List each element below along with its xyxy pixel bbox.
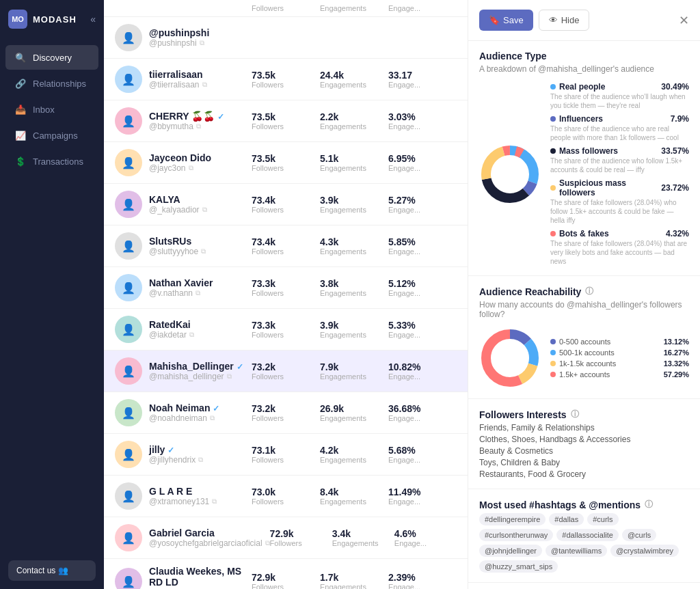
influencer-details: @pushinpshi @pushinpshi ⧉ <box>149 27 209 48</box>
legend-dot <box>550 339 556 344</box>
hashtag-tag[interactable]: @johnjdellinger <box>479 545 542 557</box>
copy-icon[interactable]: ⧉ <box>196 289 200 297</box>
followers-metric: 73.2k Followers <box>252 361 320 381</box>
sidebar-item-label: Relationships <box>33 79 86 89</box>
legend-item: Influencers 7.9% The share of the audien… <box>550 114 689 142</box>
audience-type-title: Audience Type <box>479 51 689 61</box>
save-button[interactable]: 🔖 Save <box>479 10 533 31</box>
discovery-icon: 🔍 <box>15 52 26 63</box>
engagements-metric: 3.4k Engagements <box>332 528 394 547</box>
interests-info-icon[interactable]: ⓘ <box>571 409 579 420</box>
influencer-details: SlutsRUs @sluttyyyhoe ⧉ <box>149 236 206 256</box>
contact-button[interactable]: Contact us 👥 <box>8 560 96 581</box>
copy-icon[interactable]: ⧉ <box>202 206 207 214</box>
copy-icon[interactable]: ⧉ <box>189 164 193 172</box>
influencer-name: SlutsRUs <box>149 236 206 247</box>
copy-icon[interactable]: ⧉ <box>189 331 194 339</box>
hide-button[interactable]: 👁 Hide <box>539 10 590 31</box>
copy-icon[interactable]: ⧉ <box>227 372 232 381</box>
sidebar-item-relationships[interactable]: 🔗Relationships <box>5 71 98 96</box>
influencer-name: G L A R E <box>149 486 217 497</box>
influencer-handle: @xtramoney131 ⧉ <box>149 497 217 506</box>
engagements-metric: 1.7k Engagements <box>320 572 388 589</box>
copy-icon[interactable]: ⧉ <box>202 81 207 89</box>
table-row[interactable]: 👤 tiierralisaan @tiierralisaan ⧉ 73.5k F… <box>104 59 468 100</box>
hashtag-tag[interactable]: #dellingerempire <box>479 513 546 525</box>
panel-actions: 🔖 Save 👁 Hide <box>479 10 589 31</box>
influencer-handle: @sluttyyyhoe ⧉ <box>149 247 206 256</box>
engage-pct: 3.03% Engage... <box>388 111 457 131</box>
hide-icon: 👁 <box>549 15 558 25</box>
reachability-info-icon[interactable]: ⓘ <box>585 286 593 297</box>
sidebar-item-campaigns[interactable]: 📈Campaigns <box>5 123 98 148</box>
verified-icon: ✓ <box>213 404 219 413</box>
sidebar-item-discovery[interactable]: 🔍Discovery <box>5 45 98 70</box>
sidebar-contact: Contact us 👥 <box>0 552 104 589</box>
influencer-details: Nathan Xavier @v.nathann ⧉ <box>149 277 213 298</box>
sidebar-item-inbox[interactable]: 📥Inbox <box>5 97 98 122</box>
reachability-title: Audience Reachability ⓘ <box>479 286 689 297</box>
audience-donut <box>479 143 541 205</box>
collapse-button[interactable]: « <box>90 14 96 25</box>
avatar: 👤 <box>115 191 142 218</box>
followers-metric: 72.9k Followers <box>270 528 332 547</box>
sidebar: MO MODASH « 🔍Discovery🔗Relationships📥Inb… <box>0 0 104 589</box>
avatar: 👤 <box>115 232 142 260</box>
hashtags-info-icon[interactable]: ⓘ <box>645 499 653 510</box>
hashtag-tag[interactable]: #dallassocialite <box>556 529 619 541</box>
table-row[interactable]: 👤 SlutsRUs @sluttyyyhoe ⧉ 73.4k Follower… <box>104 225 468 267</box>
hashtag-tag[interactable]: #dallas <box>549 513 584 525</box>
table-row[interactable]: 👤 KALYA @_kalyaadior ⧉ 73.4k Followers 3… <box>104 184 468 225</box>
hashtag-tag[interactable]: @curls <box>622 529 656 541</box>
legend-item: Real people 30.49% The share of the audi… <box>550 82 689 110</box>
legend-item: Mass followers 33.57% The share of the a… <box>550 146 689 174</box>
avatar: 👤 <box>115 274 142 301</box>
table-row[interactable]: 👤 jilly ✓ @jillyhendrix ⧉ 73.1k Follower… <box>104 434 468 476</box>
hashtag-tag[interactable]: #curlsontherunway <box>479 529 553 541</box>
table-row[interactable]: 👤 Gabriel Garcia @yosoychefgabrielgarcia… <box>104 517 468 559</box>
influencer-handle: @iakdetar ⧉ <box>149 330 194 340</box>
interest-item: Beauty & Cosmetics <box>479 446 689 456</box>
detail-panel: 🔖 Save 👁 Hide ✕ Audience Type A breakdow… <box>468 0 700 589</box>
table-row[interactable]: 👤 Claudia Weekes, MS RD LD @claudiaweeke… <box>104 559 468 589</box>
engage-pct: 33.17 Engage... <box>388 70 457 89</box>
avatar: 👤 <box>115 441 142 468</box>
engage-pct: 5.33% Engage... <box>388 320 457 339</box>
avatar: 👤 <box>115 524 142 551</box>
table-row[interactable]: 👤 Jayceon Dido @jayc3on ⧉ 73.5k Follower… <box>104 142 468 184</box>
influencer-info: 👤 Mahisha_Dellinger ✓ @mahisha_dellinger… <box>115 357 252 385</box>
copy-icon[interactable]: ⧉ <box>201 247 206 256</box>
interest-item: Clothes, Shoes, Handbags & Accessories <box>479 435 689 444</box>
table-row[interactable]: 👤 RatedKai @iakdetar ⧉ 73.3k Followers 3… <box>104 309 468 351</box>
legend-dot <box>550 361 556 366</box>
hashtag-tag[interactable]: @tantewilliams <box>546 545 607 557</box>
close-button[interactable]: ✕ <box>679 13 689 28</box>
copy-icon[interactable]: ⧉ <box>210 414 215 422</box>
table-row[interactable]: 👤 G L A R E @xtramoney131 ⧉ 73.0k Follow… <box>104 476 468 517</box>
table-row[interactable]: 👤 @pushinpshi @pushinpshi ⧉ <box>104 17 468 59</box>
influencer-info: 👤 SlutsRUs @sluttyyyhoe ⧉ <box>115 232 252 260</box>
sidebar-item-transactions[interactable]: 💲Transactions <box>5 149 98 174</box>
engage-pct: 11.49% Engage... <box>388 487 457 506</box>
hashtag-tag[interactable]: #curls <box>587 513 618 525</box>
sidebar-item-label: Transactions <box>33 156 83 167</box>
sidebar-item-label: Inbox <box>33 105 55 115</box>
copy-icon[interactable]: ⧉ <box>198 456 203 464</box>
influencer-details: CHERRY 🍒🍒 ✓ @bbymutha ⧉ <box>149 111 224 131</box>
hashtag-tag[interactable]: @crystalwimbrey <box>610 545 679 557</box>
copy-icon[interactable]: ⧉ <box>265 539 270 547</box>
table-row[interactable]: 👤 CHERRY 🍒🍒 ✓ @bbymutha ⧉ 73.5k Follower… <box>104 100 468 142</box>
audience-legend: Real people 30.49% The share of the audi… <box>550 82 689 266</box>
copy-icon[interactable]: ⧉ <box>212 497 217 506</box>
copy-icon[interactable]: ⧉ <box>196 122 201 131</box>
engage-pct: 6.95% Engage... <box>388 153 457 172</box>
copy-icon[interactable]: ⧉ <box>200 39 204 47</box>
legend-dot <box>550 148 556 154</box>
engagements-metric: 3.9k Engagements <box>320 195 388 214</box>
influencer-handle: @jillyhendrix ⧉ <box>149 455 203 465</box>
hashtag-tag[interactable]: @huzzy_smart_sips <box>479 560 558 573</box>
table-row[interactable]: 👤 Mahisha_Dellinger ✓ @mahisha_dellinger… <box>104 351 468 392</box>
engage-pct: 4.6% Engage... <box>394 528 457 547</box>
table-row[interactable]: 👤 Noah Neiman ✓ @noahdneiman ⧉ 73.2k Fol… <box>104 392 468 434</box>
table-row[interactable]: 👤 Nathan Xavier @v.nathann ⧉ 73.3k Follo… <box>104 267 468 309</box>
